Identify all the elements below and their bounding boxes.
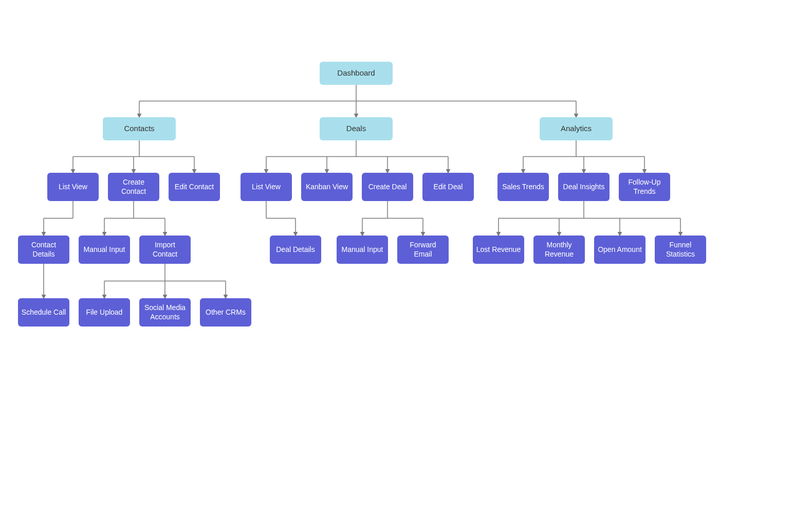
node-deal-insights: Deal Insights	[558, 173, 610, 201]
label: Create Deal	[368, 183, 407, 192]
node-deal-details: Deal Details	[270, 236, 321, 264]
label: Deal Insights	[563, 183, 605, 192]
label: Forward Email	[400, 241, 446, 259]
node-edit-contact: Edit Contact	[169, 173, 220, 201]
label: Edit Deal	[434, 183, 463, 192]
label: Import Contact	[142, 241, 188, 259]
label: Deal Details	[276, 245, 315, 255]
label: Contact Details	[21, 241, 66, 259]
label: List View	[59, 183, 87, 192]
label: Deals	[346, 124, 366, 134]
node-manual-input-deal: Manual Input	[337, 236, 388, 264]
node-file-upload: File Upload	[79, 298, 130, 327]
node-monthly-revenue: Monthly Revenue	[533, 236, 585, 264]
label: File Upload	[86, 308, 123, 317]
node-forward-email: Forward Email	[397, 236, 449, 264]
node-contacts-list-view: List View	[47, 173, 99, 201]
label: Dashboard	[337, 68, 375, 78]
node-deals-list-view: List View	[241, 173, 292, 201]
label: Edit Contact	[175, 183, 214, 192]
node-social-media-accounts: Social Media Accounts	[139, 298, 191, 327]
label: Other CRMs	[206, 308, 246, 317]
node-dashboard: Dashboard	[320, 62, 393, 85]
node-sales-trends: Sales Trends	[497, 173, 549, 201]
label: Social Media Accounts	[142, 303, 188, 321]
label: Contacts	[124, 124, 154, 134]
node-manual-input-contact: Manual Input	[79, 236, 130, 264]
label: Lost Revenue	[476, 245, 521, 255]
label: Monthly Revenue	[537, 241, 582, 259]
label: Open Amount	[598, 245, 642, 255]
label: Funnel Statistics	[658, 241, 703, 259]
node-import-contact: Import Contact	[139, 236, 191, 264]
label: List View	[252, 183, 281, 192]
node-lost-revenue: Lost Revenue	[473, 236, 524, 264]
label: Create Contact	[111, 178, 156, 196]
diagram-canvas: Dashboard Contacts Deals Analytics List …	[0, 0, 812, 507]
node-edit-deal: Edit Deal	[422, 173, 474, 201]
node-open-amount: Open Amount	[594, 236, 645, 264]
node-create-contact: Create Contact	[108, 173, 159, 201]
node-contacts: Contacts	[103, 117, 176, 140]
node-follow-up-trends: Follow-Up Trends	[619, 173, 670, 201]
label: Analytics	[561, 124, 592, 134]
node-schedule-call: Schedule Call	[18, 298, 69, 327]
label: Follow-Up Trends	[622, 178, 667, 196]
label: Kanban View	[306, 183, 348, 192]
node-deals: Deals	[320, 117, 393, 140]
node-analytics: Analytics	[540, 117, 613, 140]
label: Sales Trends	[502, 183, 544, 192]
node-kanban-view: Kanban View	[301, 173, 353, 201]
node-other-crms: Other CRMs	[200, 298, 251, 327]
label: Manual Input	[84, 245, 125, 255]
node-funnel-statistics: Funnel Statistics	[655, 236, 706, 264]
node-create-deal: Create Deal	[362, 173, 413, 201]
label: Schedule Call	[22, 308, 66, 317]
label: Manual Input	[342, 245, 383, 255]
node-contact-details: Contact Details	[18, 236, 69, 264]
